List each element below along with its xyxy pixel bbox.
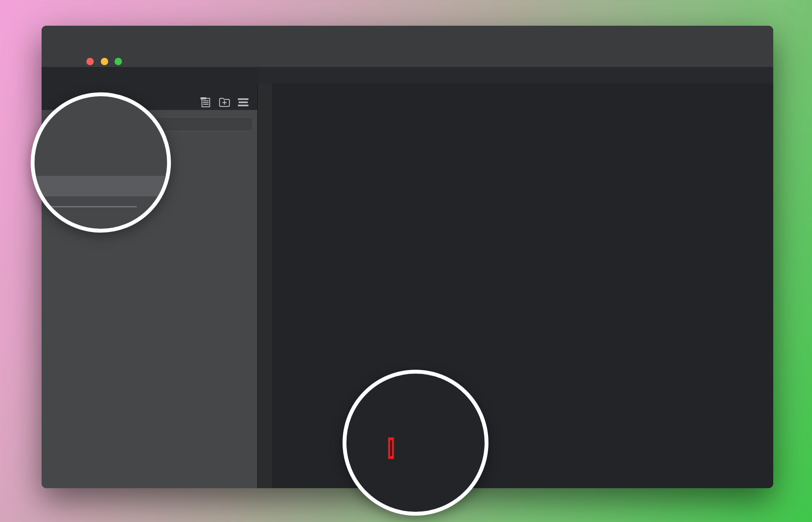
- desktop-background: [0, 0, 812, 522]
- zoom-window-button[interactable]: [115, 58, 122, 65]
- line-number-gutter: [257, 84, 272, 488]
- minimize-window-button[interactable]: [101, 58, 108, 65]
- close-window-button[interactable]: [86, 58, 94, 65]
- magnified-separator: [38, 206, 137, 207]
- script-list-icon[interactable]: [198, 97, 213, 108]
- magnifier-callout-result: [343, 370, 488, 516]
- script-editor: [257, 67, 773, 488]
- tab-bar: [257, 67, 773, 84]
- title-bar: [42, 26, 773, 68]
- new-folder-icon[interactable]: [217, 97, 232, 108]
- true-result-red-box: [388, 437, 394, 459]
- list-view-icon[interactable]: [235, 97, 251, 108]
- magnified-selected-row-highlight: [31, 176, 171, 196]
- magnifier-callout-sidebar: [31, 92, 171, 233]
- magnified-exit-script: [357, 426, 394, 470]
